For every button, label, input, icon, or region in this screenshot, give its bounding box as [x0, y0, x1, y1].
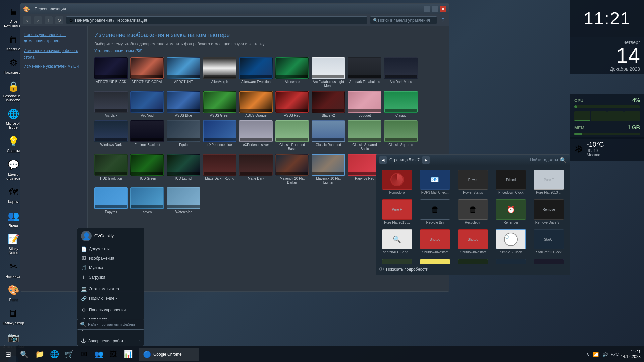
theme-item-hud-evolution[interactable]: HUD Evolution [94, 154, 128, 185]
tray-volume-icon[interactable]: 🔊 [601, 352, 609, 357]
tray-arrow-icon[interactable]: ∧ [585, 352, 590, 357]
taskbar-app-chrome[interactable]: 🔵 Google Chrome [139, 348, 199, 361]
widget-item-pure-flat-2013-[interactable]: Pure F Pure Flat 2013 ... [379, 198, 415, 226]
theme-item-glassic-squared[interactable]: Glassic Squared [384, 120, 418, 151]
theme-item-classic[interactable]: Classic [384, 91, 418, 118]
theme-item-hud-launch[interactable]: HUD Launch [167, 154, 200, 185]
theme-item-arc-void[interactable]: Arc-Void [130, 91, 164, 118]
theme-item-asus-orange[interactable]: ASUS Orange [239, 91, 273, 118]
context-shutdown[interactable]: ⏻ Завершение работы › [77, 336, 144, 346]
start-search[interactable]: 🔍 Найти программы и файлы [77, 319, 144, 330]
context-item-downloads[interactable]: ⬇ Загрузки [77, 273, 144, 282]
widget-item-shutdownrestart[interactable]: Shutdo ShutdownRestart [417, 228, 453, 256]
theme-item-experience-silver[interactable]: eXPerience silver [239, 120, 273, 151]
widget-item-pure-flat-2013-[interactable]: Pure F Pure Flat 2013 ... [531, 168, 567, 196]
widget-item-starcraft-ii-clock[interactable]: StarCr StarCraft II Clock [531, 228, 567, 256]
sidebar-home-link[interactable]: Панель управления — домашняя страница [24, 32, 84, 44]
theme-item-maverick-10-flat-lighter[interactable]: Maverick 10 Flat Lighter [312, 154, 345, 185]
theme-item-maverick-10-flat-darker[interactable]: Maverick 10 Flat Darker [275, 154, 309, 185]
theme-item-alienware[interactable]: Alienware [275, 57, 309, 88]
page-nav-prev[interactable]: ◀ [379, 156, 387, 164]
maximize-button[interactable]: □ [432, 6, 438, 12]
sidebar-link-mouse-pointers[interactable]: Изменение указателей мыши [24, 63, 84, 70]
widget-search[interactable]: Найти гаджеты 🔍 [530, 157, 567, 163]
help-button[interactable]: ? [440, 17, 446, 24]
theme-item-equip[interactable]: Equip [167, 120, 200, 151]
widget-item-power-status[interactable]: Power Power Status [454, 168, 491, 196]
context-item-music[interactable]: 🎵 Музыка [77, 263, 144, 273]
widget-item-pop3-mail-chec[interactable]: 📧 POP3 Mail Chec... [417, 168, 453, 196]
theme-item-asus-blue[interactable]: ASUS Blue [167, 91, 200, 118]
theme-item-seven[interactable]: seven [130, 187, 164, 214]
back-button[interactable]: ‹ [23, 16, 31, 24]
widget-item-recyclebin[interactable]: 🗑 Recyclebin [454, 198, 491, 226]
taskbar-icon-people[interactable]: 👥 [91, 347, 106, 362]
page-nav-next[interactable]: ▶ [422, 156, 430, 164]
tray-clock[interactable]: 11:21 14.12.2023 [621, 350, 641, 359]
theme-item-matte-dark[interactable]: Matte Dark [239, 154, 273, 185]
theme-item-aerotune-coral[interactable]: AEROTUNE CORAL [130, 57, 164, 88]
context-item-controlpanel[interactable]: ⚙ Панель управления [77, 305, 144, 315]
theme-item-arc-flatabulous-light-menu[interactable]: Arc Flatabulous Light Menu [312, 57, 345, 88]
desktop-icon-calc[interactable]: 🖩 Калькулятор [2, 305, 25, 327]
widget-item-pricedown-clock[interactable]: Priced Pricedown Clock [493, 168, 529, 196]
taskbar-icon-gallery[interactable]: 🖼 [106, 347, 121, 362]
taskbar-icon-manager[interactable]: 📊 [121, 347, 136, 362]
widget-item-simples-clock[interactable]: 🕐 SimpleS Clock [493, 228, 529, 256]
widget-item-system-monitor-ii[interactable]: System System Monitor II [454, 257, 491, 264]
widget-item-searchall-gadg[interactable]: 🔍 searchALL Gadg... [379, 228, 415, 256]
theme-item-matte-dark---round[interactable]: Matte Dark - Round [203, 154, 236, 185]
theme-item-equinox-blackout[interactable]: Equinox Blackout [130, 120, 164, 151]
theme-item-glassic-rounded[interactable]: Glassic Rounded [312, 120, 345, 151]
minimize-button[interactable]: ─ [424, 6, 430, 12]
sidebar-link-desktop-icons[interactable]: Изменение значков рабочего стола [24, 48, 84, 60]
widget-item-top-five[interactable]: Top Fi Top Five [531, 257, 567, 264]
up-button[interactable]: ↑ [45, 16, 53, 24]
theme-item-windows-dark[interactable]: Windows Dark [94, 120, 128, 151]
theme-item-glassic-rounded-basic[interactable]: Glassic Rounded Basic [275, 120, 309, 151]
theme-item-arc-dark-flatabulous[interactable]: Arc-dark Flatabulous [348, 57, 381, 88]
tray-network-icon[interactable]: 📶 [592, 352, 600, 357]
start-button[interactable]: ⊞ [0, 346, 16, 362]
context-item-connect[interactable]: 🔗 Подключение к [77, 294, 144, 303]
widget-item-reminder[interactable]: ⏰ Reminder [493, 198, 529, 226]
taskbar-icon-explorer[interactable]: 📁 [32, 347, 47, 362]
widget-item-stats[interactable]: Stats Stats [379, 257, 415, 264]
widget-item-recycle-bin[interactable]: 🗑 Recycle Bin [417, 198, 453, 226]
taskbar-search-button[interactable]: 🔍 [16, 346, 32, 362]
theme-item-alienmorph[interactable]: AlienMorph [203, 57, 236, 88]
widget-item-remove-drive-s[interactable]: Remove Remove Drive S... [531, 198, 567, 226]
widget-item-shutdownrestart[interactable]: Shutdo ShutdownRestart [454, 228, 491, 256]
widget-item-system-uptime-[interactable]: System System Uptime ... [493, 257, 529, 264]
refresh-button[interactable]: ↻ [55, 16, 63, 24]
theme-item-glassic-squared-basic[interactable]: Glassic Squared Basic [348, 120, 381, 151]
theme-item-experience-blue[interactable]: eXPerience blue [203, 120, 236, 151]
theme-item-aerotune[interactable]: AEROTUNE [167, 57, 200, 88]
widget-item-pomodoro[interactable]: Pomodoro [379, 168, 415, 196]
taskbar-icon-edge[interactable]: 🌐 [47, 347, 62, 362]
theme-item-blade-v2[interactable]: Blade v2 [312, 91, 345, 118]
theme-item-aerotune-black[interactable]: AEROTUNE BLACK [94, 57, 128, 88]
taskbar-icon-mail[interactable]: ✉ [76, 347, 91, 362]
search-bar[interactable]: 🔍 Поиск в панели управления [370, 16, 437, 24]
widget-item-sticky-notes[interactable]: 📝 Sticky Notes [417, 257, 453, 264]
context-item-images[interactable]: 🖼 Изображения [77, 254, 144, 263]
address-bar[interactable]: ⚙ Панель управления / Персонализация [66, 16, 367, 24]
forward-button[interactable]: › [34, 16, 42, 24]
context-item-mycomputer[interactable]: 💻 Этот компьютер [77, 284, 144, 294]
theme-item-asus-green[interactable]: ASUS Green [203, 91, 236, 118]
theme-item-watercolor[interactable]: Watercolor [167, 187, 200, 214]
theme-item-bouquet[interactable]: Bouquet [348, 91, 381, 118]
theme-item-arc-dark-menu[interactable]: Arc Dark Menu [384, 57, 418, 88]
theme-item-papyros[interactable]: Papyros [94, 187, 128, 214]
installed-themes-link[interactable]: Установленные темы (56) [94, 49, 442, 53]
theme-item-hud-green[interactable]: HUD Green [130, 154, 164, 185]
close-button[interactable]: ✕ [440, 6, 446, 12]
theme-item-arc-dark[interactable]: Arc-dark [94, 91, 128, 118]
show-details-button[interactable]: ⓘ Показать подробности [376, 264, 570, 275]
context-item-documents[interactable]: 📄 Документы [77, 244, 144, 254]
theme-item-asus-red[interactable]: ASUS Red [275, 91, 309, 118]
theme-item-alienware-evolution[interactable]: Alienware Evolution [239, 57, 273, 88]
taskbar-icon-store[interactable]: 🛒 [62, 347, 76, 362]
tray-language[interactable]: РУС [611, 352, 619, 357]
